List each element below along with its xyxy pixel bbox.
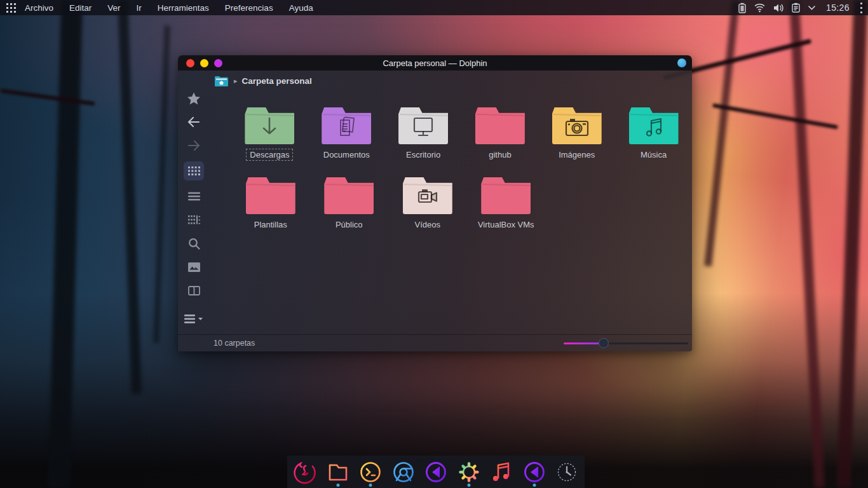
folder-label: Escritorio [402, 149, 444, 161]
bookmarks-star-icon[interactable] [184, 91, 204, 106]
folder-row: Descargas Documentos [231, 107, 692, 161]
dock [287, 456, 585, 488]
panel-clock[interactable]: 15:26 [826, 3, 850, 13]
icons-view-button[interactable] [184, 161, 204, 180]
home-folder-icon[interactable] [215, 76, 228, 86]
volume-icon[interactable] [773, 3, 784, 13]
window-body: ▸ Carpeta personal Descargas [178, 71, 692, 351]
dolphin-window: Carpeta personal — Dolphin [178, 55, 692, 351]
menu-preferencias[interactable]: Preferencias [225, 3, 273, 13]
close-button[interactable] [186, 59, 194, 67]
folder-view[interactable]: Descargas Documentos [210, 91, 692, 334]
tree-trunk [153, 25, 170, 343]
back-icon[interactable] [184, 114, 204, 130]
maximize-button[interactable] [214, 59, 222, 67]
folder-item-virtualbox-vms[interactable]: VirtualBox VMs [467, 177, 546, 231]
minimize-button[interactable] [200, 59, 208, 67]
list-view-button[interactable] [184, 189, 204, 204]
split-view-icon[interactable] [184, 283, 204, 298]
folder-item-github[interactable]: github [461, 107, 538, 161]
tree-trunk [48, 0, 83, 488]
terminal-icon[interactable] [358, 460, 383, 484]
menu-editar[interactable]: Editar [69, 3, 92, 13]
clock-icon[interactable] [555, 460, 579, 484]
forward-icon[interactable] [184, 138, 204, 153]
app-launcher-icon[interactable] [6, 3, 16, 13]
tree-trunk [837, 0, 868, 488]
folder-item-musica[interactable]: Música [615, 107, 692, 161]
search-icon[interactable] [184, 236, 204, 251]
menu-ver[interactable]: Ver [107, 3, 120, 13]
folder-item-imagenes[interactable]: Imágenes [538, 107, 615, 161]
breadcrumb-location[interactable]: Carpeta personal [242, 76, 312, 86]
global-menu: Archivo Editar Ver Ir Herramientas Prefe… [25, 3, 313, 13]
hamburger-menu-icon[interactable] [184, 311, 204, 327]
folder-label: VirtualBox VMs [474, 219, 538, 231]
folder-label: Imágenes [555, 149, 599, 161]
menu-archivo[interactable]: Archivo [25, 3, 53, 13]
desktop: Archivo Editar Ver Ir Herramientas Prefe… [0, 0, 868, 488]
tree-trunk [118, 0, 142, 394]
window-title: Carpeta personal — Dolphin [178, 58, 692, 68]
firefox-icon[interactable] [293, 460, 317, 484]
tree-trunk [789, 0, 825, 488]
sidebar [178, 71, 210, 334]
battery-icon[interactable] [738, 3, 746, 13]
folder-label: Vídeos [411, 219, 444, 231]
tree-branch [0, 89, 95, 106]
menu-herramientas[interactable]: Herramientas [158, 3, 209, 13]
folder-label: github [485, 149, 515, 161]
wifi-icon[interactable] [754, 3, 766, 13]
folder-label: Plantillas [250, 219, 291, 231]
preview-image-icon[interactable] [184, 259, 204, 274]
folder-label: Público [332, 219, 367, 231]
folder-row: Plantillas Público [231, 177, 692, 231]
breadcrumb: ▸ Carpeta personal [210, 71, 692, 91]
vscode-icon[interactable] [424, 460, 448, 484]
clipboard-icon[interactable] [792, 3, 800, 13]
folder-item-escritorio[interactable]: Escritorio [385, 107, 462, 161]
folder-item-videos[interactable]: Vídeos [388, 177, 467, 231]
tree-branch [712, 104, 838, 130]
titlebar[interactable]: Carpeta personal — Dolphin [178, 55, 692, 71]
zoom-slider[interactable] [564, 338, 688, 348]
browser-icon[interactable] [391, 460, 416, 484]
zoom-slider-fill [564, 342, 604, 344]
music-icon[interactable] [489, 460, 513, 484]
folder-item-publico[interactable]: Público [310, 177, 389, 231]
menu-ir[interactable]: Ir [137, 3, 142, 13]
chevron-down-icon[interactable] [808, 5, 816, 11]
folder-label: Música [637, 149, 670, 161]
tree-trunk [704, 1, 740, 267]
statusbar: 10 carpetas [178, 334, 692, 351]
folder-label: Documentos [320, 149, 374, 161]
vscodium-icon[interactable] [522, 460, 546, 484]
menu-ayuda[interactable]: Ayuda [289, 3, 313, 13]
folder-item-descargas[interactable]: Descargas [231, 107, 308, 161]
settings-gear-icon[interactable] [457, 460, 481, 484]
folder-item-plantillas[interactable]: Plantillas [231, 177, 310, 231]
window-accent-button[interactable] [677, 58, 686, 67]
zoom-slider-handle[interactable] [599, 338, 609, 348]
kebab-dots-icon[interactable] [860, 3, 863, 13]
top-panel: Archivo Editar Ver Ir Herramientas Prefe… [0, 0, 868, 15]
folder-label: Descargas [246, 149, 293, 161]
compact-view-button[interactable] [184, 212, 204, 227]
folder-count-label: 10 carpetas [214, 339, 255, 348]
files-icon[interactable] [326, 460, 350, 484]
folder-item-documentos[interactable]: Documentos [308, 107, 385, 161]
breadcrumb-caret-icon: ▸ [234, 77, 238, 85]
